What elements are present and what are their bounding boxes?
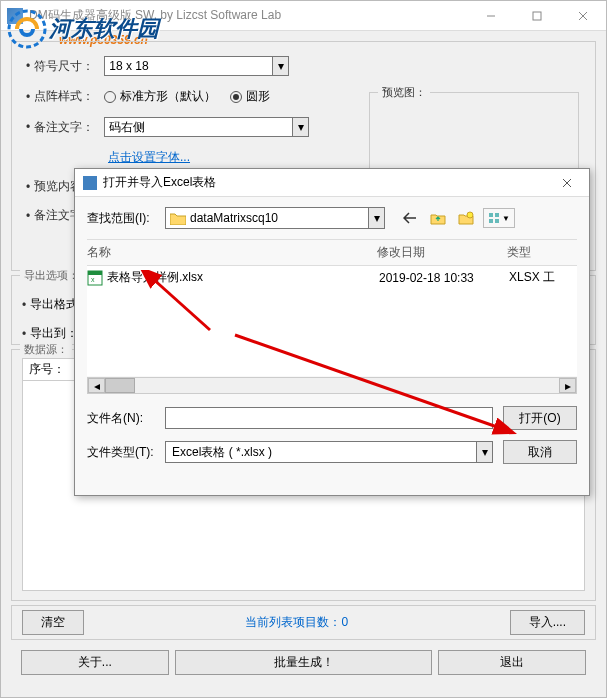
preview-label: 预览图： <box>378 85 430 100</box>
chevron-down-icon: ▾ <box>272 57 288 75</box>
xlsx-icon: x <box>87 270 103 286</box>
col-type[interactable]: 类型 <box>507 244 531 261</box>
file-open-dialog: 打开并导入Excel表格 查找范围(I): dataMatrixscq10 ▾ … <box>74 168 590 496</box>
filename-label: 文件名(N): <box>87 410 165 427</box>
dialog-icon <box>83 176 97 190</box>
status-text: 当前列表项目数：0 <box>84 614 510 631</box>
chevron-down-icon: ▾ <box>292 118 308 136</box>
radio-circle[interactable] <box>230 91 242 103</box>
bullet: • <box>26 59 30 73</box>
note-position-value: 码右侧 <box>109 119 145 136</box>
open-button[interactable]: 打开(O) <box>503 406 577 430</box>
lookin-value: dataMatrixscq10 <box>190 211 278 225</box>
col-serial: 序号： <box>29 362 65 376</box>
svg-rect-8 <box>489 213 493 217</box>
pattern-label: 点阵样式： <box>34 88 104 105</box>
col-name[interactable]: 名称 <box>87 244 377 261</box>
cancel-button[interactable]: 取消 <box>503 440 577 464</box>
svg-rect-11 <box>495 219 499 223</box>
svg-text:x: x <box>91 276 95 283</box>
watermark-logo: 河东软件园 <box>7 9 159 49</box>
bullet: • <box>26 90 30 104</box>
svg-rect-1 <box>533 12 541 20</box>
bullet: • <box>26 209 30 223</box>
note-position-select[interactable]: 码右侧 ▾ <box>104 117 309 137</box>
chevron-down-icon: ▾ <box>476 442 492 462</box>
about-button[interactable]: 关于... <box>21 650 169 675</box>
scroll-thumb[interactable] <box>105 378 135 393</box>
filetype-label: 文件类型(T): <box>87 444 165 461</box>
file-row[interactable]: x 表格导入样例.xlsx 2019-02-18 10:33 XLSX 工 <box>87 266 577 289</box>
scroll-right-arrow[interactable]: ▸ <box>559 378 576 393</box>
radio-standard-label: 标准方形（默认） <box>120 88 216 105</box>
maximize-button[interactable] <box>514 1 560 31</box>
minimize-button[interactable] <box>468 1 514 31</box>
lookin-label: 查找范围(I): <box>87 210 165 227</box>
symbol-size-label: 符号尺寸： <box>34 58 104 75</box>
dialog-close-button[interactable] <box>545 169 589 197</box>
svg-point-4 <box>9 11 45 47</box>
scroll-left-arrow[interactable]: ◂ <box>88 378 105 393</box>
filename-input[interactable] <box>165 407 493 429</box>
col-date[interactable]: 修改日期 <box>377 244 507 261</box>
radio-circle-label: 圆形 <box>246 88 270 105</box>
font-settings-link[interactable]: 点击设置字体... <box>108 149 190 166</box>
filetype-select[interactable]: Excel表格 ( *.xlsx ) ▾ <box>165 441 493 463</box>
file-name: 表格导入样例.xlsx <box>107 269 379 286</box>
file-list[interactable]: x 表格导入样例.xlsx 2019-02-18 10:33 XLSX 工 ◂ … <box>87 266 577 376</box>
svg-rect-9 <box>489 219 493 223</box>
batch-generate-button[interactable]: 批量生成！ <box>175 650 433 675</box>
bullet: • <box>26 180 30 194</box>
svg-rect-10 <box>495 213 499 217</box>
export-format-label: 导出格式 <box>30 296 78 313</box>
close-button[interactable] <box>560 1 606 31</box>
svg-rect-13 <box>88 271 102 275</box>
file-date: 2019-02-18 10:33 <box>379 271 509 285</box>
chevron-down-icon: ▾ <box>368 208 384 228</box>
nav-up-button[interactable] <box>427 208 449 228</box>
note-position-label: 备注文字： <box>34 119 104 136</box>
dialog-title: 打开并导入Excel表格 <box>103 174 216 191</box>
nav-back-button[interactable] <box>399 208 421 228</box>
datasource-title: 数据源： <box>20 342 72 357</box>
import-button[interactable]: 导入.... <box>510 610 585 635</box>
lookin-select[interactable]: dataMatrixscq10 ▾ <box>165 207 385 229</box>
bullet: • <box>26 120 30 134</box>
symbol-size-value: 18 x 18 <box>109 59 148 73</box>
folder-icon <box>170 212 186 225</box>
horizontal-scrollbar[interactable]: ◂ ▸ <box>87 377 577 394</box>
file-type: XLSX 工 <box>509 269 555 286</box>
dialog-titlebar[interactable]: 打开并导入Excel表格 <box>75 169 589 197</box>
svg-point-7 <box>467 212 473 218</box>
filetype-value: Excel表格 ( *.xlsx ) <box>172 444 272 461</box>
file-list-header: 名称 修改日期 类型 <box>87 239 577 266</box>
radio-standard[interactable] <box>104 91 116 103</box>
symbol-size-select[interactable]: 18 x 18 ▾ <box>104 56 289 76</box>
clear-button[interactable]: 清空 <box>22 610 84 635</box>
watermark-text: 河东软件园 <box>49 14 159 44</box>
nav-newfolder-button[interactable] <box>455 208 477 228</box>
exit-button[interactable]: 退出 <box>438 650 586 675</box>
nav-views-button[interactable]: ▼ <box>483 208 515 228</box>
export-dest-label: 导出到： <box>30 325 78 342</box>
